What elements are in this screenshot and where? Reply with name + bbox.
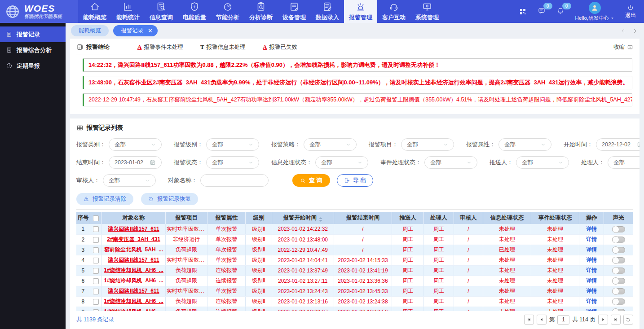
sound-light-toggle[interactable] — [612, 309, 625, 311]
detail-link[interactable]: 详情 — [586, 267, 597, 273]
detail-link[interactable]: 详情 — [586, 246, 597, 253]
row-checkbox[interactable] — [93, 247, 99, 253]
qrcode-icon[interactable] — [519, 8, 527, 16]
cell-object-name: 2#南变压器_3AH_431 — [102, 234, 166, 245]
event-process-status-select[interactable]: 全部 — [424, 156, 477, 169]
chevron-right-icon[interactable] — [632, 28, 638, 34]
object-name-link[interactable]: 2#南变压器_3AH_431 — [107, 236, 160, 242]
sidebar-item-record[interactable]: 报警记录 — [0, 26, 66, 42]
nav-item-diagnosis[interactable]: 分析诊断 — [244, 0, 278, 23]
legend-item-1[interactable]: T 报警信息未处理 — [200, 44, 246, 51]
chevron-left-icon[interactable] — [621, 28, 626, 34]
sound-light-toggle[interactable] — [612, 288, 625, 294]
alarm-category-select[interactable]: 全部 — [109, 138, 162, 151]
cell-index: 8 — [76, 296, 90, 307]
sidebar-item-periodic[interactable]: 定期呈报 — [0, 58, 66, 74]
refresh-button[interactable] — [623, 315, 633, 325]
messages-button[interactable]: 0 — [538, 7, 546, 16]
first-page-button[interactable] — [524, 315, 534, 325]
nav-item-system[interactable]: 系统管理 — [410, 0, 444, 23]
sound-light-toggle[interactable] — [612, 268, 625, 274]
close-icon[interactable]: ✕ — [148, 28, 153, 34]
object-name-link[interactable]: 潞兴回路Ⅱ线157_611 — [108, 226, 159, 232]
toggle-knob — [612, 257, 619, 264]
cell-event-status: 未处理 — [531, 234, 579, 245]
notifications-button[interactable]: 0 — [556, 7, 565, 16]
object-name-link[interactable]: 1#烧结冷却风机_AH6_... — [104, 267, 163, 273]
cell-sound-light — [604, 276, 633, 286]
alarm-project-select[interactable]: 全部 — [401, 138, 454, 151]
detail-link[interactable]: 详情 — [586, 288, 597, 294]
object-name-input[interactable] — [206, 177, 263, 184]
sound-light-toggle[interactable] — [612, 237, 625, 243]
object-name-link[interactable]: 潞兴回路Ⅱ线157_611 — [108, 257, 159, 263]
clear-records-button[interactable]: 报警记录清除 — [76, 193, 133, 205]
export-button[interactable]: 导 出 — [337, 174, 374, 187]
nav-item-power-quality[interactable]: 电能质量 — [178, 0, 211, 23]
alarm-status-select[interactable]: 全部 — [206, 156, 259, 169]
row-checkbox[interactable] — [93, 268, 99, 274]
sort-icon[interactable] — [319, 217, 322, 222]
detail-link[interactable]: 详情 — [586, 226, 597, 232]
nav-item-data-entry[interactable]: 数据录入 — [311, 0, 344, 23]
sound-light-toggle[interactable] — [612, 247, 625, 253]
detail-link[interactable]: 详情 — [586, 298, 597, 304]
user-menu[interactable]: Hello,研发中心 — [575, 2, 614, 22]
detail-link[interactable]: 详情 — [586, 236, 597, 242]
start-time-date-picker[interactable]: 2022-12-02 — [596, 138, 640, 151]
nav-item-home[interactable]: 能耗概览 — [78, 0, 111, 23]
nav-item-alarm[interactable]: 报警管理 — [344, 0, 377, 23]
sound-light-toggle[interactable] — [612, 257, 625, 263]
last-page-button[interactable] — [611, 315, 621, 325]
auditor-select[interactable]: 全部 — [103, 174, 156, 187]
nav-item-device[interactable]: 设备管理 — [278, 0, 311, 23]
legend-marker: A — [137, 44, 141, 51]
detail-link[interactable]: 详情 — [586, 277, 597, 284]
row-checkbox[interactable] — [93, 309, 99, 311]
object-name-link[interactable]: 1#烧结冷却风机_AH6_... — [104, 277, 163, 284]
object-name-link[interactable]: 1#烧结冷却风机_AH6_... — [104, 308, 163, 311]
detail-link[interactable]: 详情 — [586, 308, 597, 311]
row-checkbox[interactable] — [93, 226, 99, 232]
brand-logo[interactable]: WOES 智能优化节能系统 — [0, 0, 78, 23]
pusher-select[interactable]: 全部 — [516, 156, 569, 169]
row-checkbox[interactable] — [93, 299, 99, 305]
sound-light-toggle[interactable] — [612, 278, 625, 284]
alarm-attribute-select[interactable]: 全部 — [498, 138, 551, 151]
row-checkbox[interactable] — [93, 289, 99, 294]
nav-item-stats[interactable]: 能耗统计 — [111, 0, 145, 23]
sound-light-toggle[interactable] — [612, 298, 625, 305]
cell-index: 4 — [76, 255, 90, 265]
collapse-button[interactable]: 收缩 — [613, 44, 633, 51]
alarm-strategy-select[interactable]: 全部 — [304, 138, 357, 151]
row-checkbox[interactable] — [93, 237, 99, 243]
next-page-button[interactable] — [598, 315, 608, 325]
row-checkbox[interactable] — [93, 258, 99, 263]
nav-item-info-search[interactable]: 信息查询 — [145, 0, 178, 23]
page-suffix-label: 共 114 页 — [572, 316, 595, 324]
search-button[interactable]: 查 询 — [292, 174, 330, 187]
detail-link[interactable]: 详情 — [586, 257, 597, 263]
sidebar-item-combo-analysis[interactable]: 报警综合分析 — [0, 42, 66, 58]
prev-page-button[interactable] — [537, 315, 547, 325]
object-name-link[interactable]: 1#烧结冷却风机_AH6_... — [104, 298, 163, 304]
object-name-link[interactable]: 潞兴回路Ⅱ线157_611 — [108, 288, 159, 294]
legend-item-0[interactable]: A 报警事件未处理 — [137, 44, 183, 51]
alarm-level-select[interactable]: 全部 — [206, 138, 259, 151]
legend-item-2[interactable]: A 报警已失效 — [263, 44, 297, 51]
object-name-link[interactable]: 窑前除尘北风机_5AH_... — [104, 246, 163, 253]
handler-select[interactable]: 全部 — [608, 156, 640, 169]
cell-index: 1 — [76, 224, 90, 234]
end-time-date-picker[interactable]: 2023-01-02 — [109, 156, 162, 169]
info-process-status-select[interactable]: 全部 — [315, 156, 368, 169]
select-all-checkbox[interactable] — [93, 215, 99, 221]
nav-item-customer[interactable]: 客户互动 — [377, 0, 410, 23]
logout-button[interactable]: 退出 — [625, 4, 636, 19]
restore-records-button[interactable]: 报警记录恢复 — [141, 193, 198, 205]
row-checkbox[interactable] — [93, 278, 99, 284]
tab-0[interactable]: 能耗概览 — [71, 25, 109, 36]
sound-light-toggle[interactable] — [612, 226, 625, 232]
tab-1[interactable]: 报警记录 ✕ — [113, 25, 158, 36]
nav-item-energy-analysis[interactable]: 节能分析 — [211, 0, 244, 23]
page-input[interactable] — [557, 315, 569, 325]
